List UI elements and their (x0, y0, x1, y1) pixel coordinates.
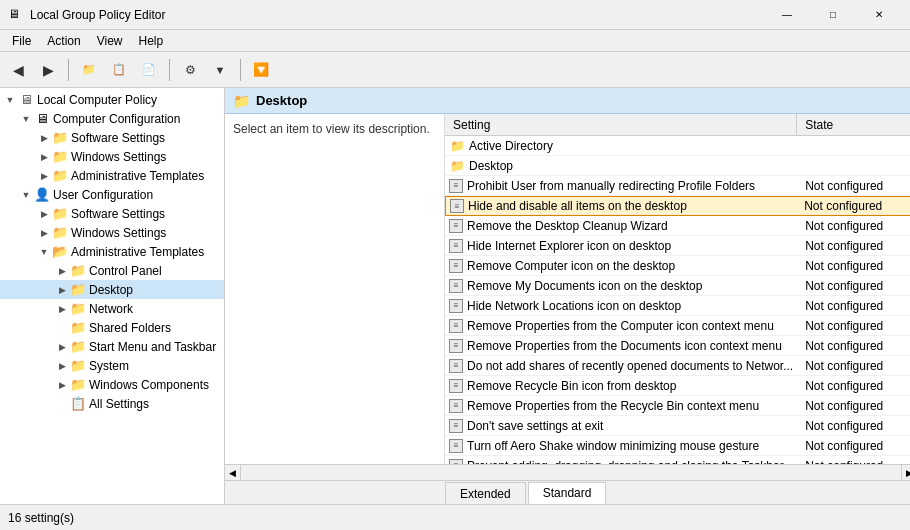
list-row[interactable]: ≡ Do not add shares of recently opened d… (445, 356, 910, 376)
policy-icon: ≡ (450, 199, 464, 213)
tree-start-menu[interactable]: ▶ 📁 Start Menu and Taskbar (0, 337, 224, 356)
tree-all-settings[interactable]: 📋 All Settings (0, 394, 224, 413)
user-windows-folder-icon: 📁 (52, 225, 68, 241)
title-bar: 🖥 Local Group Policy Editor — □ ✕ (0, 0, 910, 30)
menu-action[interactable]: Action (39, 32, 88, 50)
policy-icon: ≡ (449, 399, 463, 413)
tree-user-software-label: Software Settings (71, 207, 165, 221)
list-row[interactable]: ≡ Remove the Desktop Cleanup Wizard Not … (445, 216, 910, 236)
tree-user-windows[interactable]: ▶ 📁 Windows Settings (0, 223, 224, 242)
filter-button[interactable]: 🔽 (247, 56, 275, 84)
all-settings-icon: 📋 (70, 396, 86, 412)
list-row-text: Remove Computer icon on the desktop (467, 259, 675, 273)
paste-button[interactable]: 📄 (135, 56, 163, 84)
tab-standard[interactable]: Standard (528, 482, 607, 504)
maximize-button[interactable]: □ (810, 0, 856, 30)
list-row-name: ≡ Remove the Desktop Cleanup Wizard (445, 219, 797, 233)
policy-icon: ≡ (449, 299, 463, 313)
tab-extended[interactable]: Extended (445, 482, 526, 504)
list-row-state: Not configured (797, 319, 910, 333)
list-row[interactable]: ≡ Prohibit User from manually redirectin… (445, 176, 910, 196)
menu-view[interactable]: View (89, 32, 131, 50)
list-row[interactable]: ≡ Turn off Aero Shake window minimizing … (445, 436, 910, 456)
tree-windows-components[interactable]: ▶ 📁 Windows Components (0, 375, 224, 394)
tree-user-admin[interactable]: ▼ 📂 Administrative Templates (0, 242, 224, 261)
list-row[interactable]: ≡ Remove Recycle Bin icon from desktop N… (445, 376, 910, 396)
tree-comp-admin[interactable]: ▶ 📁 Administrative Templates (0, 166, 224, 185)
user-config-expand-icon: ▼ (18, 187, 34, 203)
hscroll-left-btn[interactable]: ◀ (225, 465, 241, 481)
list-row-text: Remove Properties from the Recycle Bin c… (467, 399, 759, 413)
list-row[interactable]: ≡ Don't save settings at exit Not config… (445, 416, 910, 436)
list-header: Setting State (445, 114, 910, 136)
list-row[interactable]: ≡ Remove My Documents icon on the deskto… (445, 276, 910, 296)
list-row-text: Remove the Desktop Cleanup Wizard (467, 219, 668, 233)
list-row[interactable]: ≡ Hide and disable all items on the desk… (445, 196, 910, 216)
list-row[interactable]: ≡ Remove Computer icon on the desktop No… (445, 256, 910, 276)
list-row[interactable]: ≡ Hide Internet Explorer icon on desktop… (445, 236, 910, 256)
policy-icon: ≡ (449, 319, 463, 333)
policy-icon: ≡ (449, 439, 463, 453)
list-row[interactable]: ≡ Remove Properties from the Computer ic… (445, 316, 910, 336)
properties-button[interactable]: ⚙ (176, 56, 204, 84)
tree-shared-folders[interactable]: 📁 Shared Folders (0, 318, 224, 337)
description-panel: Select an item to view its description. (225, 114, 445, 464)
tree-computer-config[interactable]: ▼ 🖥 Computer Configuration (0, 109, 224, 128)
policy-icon: ≡ (449, 379, 463, 393)
policy-icon: ≡ (449, 339, 463, 353)
tree-user-admin-label: Administrative Templates (71, 245, 204, 259)
header-setting[interactable]: Setting (445, 114, 797, 136)
list-row[interactable]: ≡ Remove Properties from the Recycle Bin… (445, 396, 910, 416)
shared-folders-icon: 📁 (70, 320, 86, 336)
root-computer-icon: 🖥 (18, 92, 34, 108)
windows-components-folder-icon: 📁 (70, 377, 86, 393)
hscroll-track[interactable] (241, 465, 901, 481)
list-row[interactable]: 📁 Active Directory (445, 136, 910, 156)
comp-admin-folder-icon: 📁 (52, 168, 68, 184)
list-row[interactable]: 📁 Desktop (445, 156, 910, 176)
menu-file[interactable]: File (4, 32, 39, 50)
list-row-state: Not configured (796, 199, 910, 213)
tree-network[interactable]: ▶ 📁 Network (0, 299, 224, 318)
list-row-name: ≡ Remove Computer icon on the desktop (445, 259, 797, 273)
tree-panel[interactable]: ▼ 🖥 Local Computer Policy ▼ 🖥 Computer C… (0, 88, 225, 504)
tree-root[interactable]: ▼ 🖥 Local Computer Policy (0, 90, 224, 109)
list-row[interactable]: ≡ Remove Properties from the Documents i… (445, 336, 910, 356)
list-panel[interactable]: Setting State 📁 Active Directory 📁 Deskt… (445, 114, 910, 464)
hscroll-right-btn[interactable]: ▶ (901, 465, 910, 481)
action-button[interactable]: ▼ (206, 56, 234, 84)
user-admin-expand-icon: ▼ (36, 244, 52, 260)
tree-comp-software-label: Software Settings (71, 131, 165, 145)
start-menu-expand-icon: ▶ (54, 339, 70, 355)
tree-system[interactable]: ▶ 📁 System (0, 356, 224, 375)
list-row-text: Turn off Aero Shake window minimizing mo… (467, 439, 759, 453)
header-state[interactable]: State (797, 114, 910, 136)
up-button[interactable]: 📁 (75, 56, 103, 84)
menu-help[interactable]: Help (131, 32, 172, 50)
tree-windows-components-label: Windows Components (89, 378, 209, 392)
policy-icon: ≡ (449, 419, 463, 433)
toolbar: ◀ ▶ 📁 📋 📄 ⚙ ▼ 🔽 (0, 52, 910, 88)
list-row[interactable]: ≡ Prevent adding, dragging, dropping and… (445, 456, 910, 464)
list-row-state: Not configured (797, 379, 910, 393)
tree-desktop[interactable]: ▶ 📁 Desktop (0, 280, 224, 299)
list-row-name: 📁 Desktop (445, 158, 797, 174)
close-button[interactable]: ✕ (856, 0, 902, 30)
tree-user-software[interactable]: ▶ 📁 Software Settings (0, 204, 224, 223)
tree-comp-software[interactable]: ▶ 📁 Software Settings (0, 128, 224, 147)
back-button[interactable]: ◀ (4, 56, 32, 84)
tree-user-config[interactable]: ▼ 👤 User Configuration (0, 185, 224, 204)
copy-button[interactable]: 📋 (105, 56, 133, 84)
right-panel: 📁 Desktop Select an item to view its des… (225, 88, 910, 504)
tree-control-panel[interactable]: ▶ 📁 Control Panel (0, 261, 224, 280)
minimize-button[interactable]: — (764, 0, 810, 30)
tree-comp-windows[interactable]: ▶ 📁 Windows Settings (0, 147, 224, 166)
list-row-name: ≡ Hide and disable all items on the desk… (446, 199, 796, 213)
path-title: Desktop (256, 93, 307, 108)
forward-button[interactable]: ▶ (34, 56, 62, 84)
list-row[interactable]: ≡ Hide Network Locations icon on desktop… (445, 296, 910, 316)
control-panel-folder-icon: 📁 (70, 263, 86, 279)
list-row-state: Not configured (797, 219, 910, 233)
list-row-text: Desktop (469, 159, 513, 173)
computer-config-icon: 🖥 (34, 111, 50, 127)
